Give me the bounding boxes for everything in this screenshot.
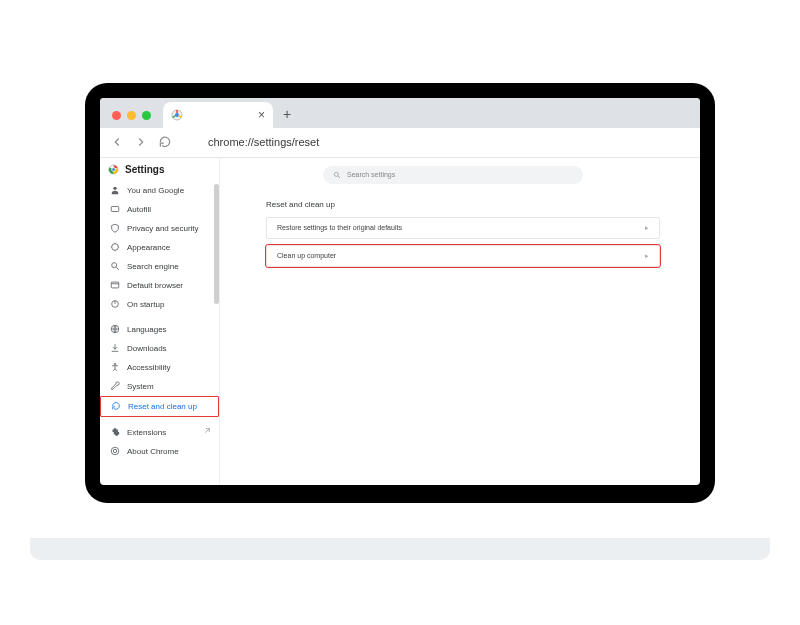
- svg-point-1: [175, 113, 179, 117]
- sidebar-item-label: System: [127, 382, 154, 391]
- globe-icon: [110, 324, 120, 334]
- svg-rect-9: [111, 282, 119, 288]
- section-title: Reset and clean up: [266, 200, 660, 209]
- chrome-logo-icon: [108, 164, 119, 175]
- scrollbar-thumb[interactable]: [214, 184, 219, 304]
- accessibility-icon: [110, 362, 120, 372]
- sidebar-item-downloads[interactable]: Downloads: [100, 339, 219, 358]
- tab-bar: × +: [100, 98, 700, 128]
- svg-point-7: [112, 244, 119, 251]
- sidebar-item-label: Search engine: [127, 262, 179, 271]
- svg-point-4: [112, 167, 116, 171]
- sidebar-item-label: Downloads: [127, 344, 167, 353]
- url-text[interactable]: chrome://settings/reset: [208, 136, 319, 148]
- svg-point-8: [112, 263, 117, 268]
- new-tab-button[interactable]: +: [273, 106, 301, 128]
- autofill-icon: [110, 204, 120, 214]
- sidebar-item-you-and-google[interactable]: You and Google: [100, 181, 219, 200]
- back-button[interactable]: [110, 135, 124, 149]
- forward-button[interactable]: [134, 135, 148, 149]
- toolbar: chrome://settings/reset: [100, 128, 700, 158]
- sidebar-item-label: Reset and clean up: [128, 402, 197, 411]
- svg-point-14: [113, 449, 116, 452]
- sidebar-item-label: Autofill: [127, 205, 151, 214]
- sidebar-item-search-engine[interactable]: Search engine: [100, 257, 219, 276]
- sidebar-item-label: Accessibility: [127, 363, 171, 372]
- search-placeholder: Search settings: [347, 171, 395, 178]
- settings-sidebar: Settings You and Google Autofill Privacy…: [100, 158, 220, 485]
- screen: × + chrome://settings/reset: [100, 98, 700, 485]
- laptop-base: [30, 538, 770, 560]
- close-tab-icon[interactable]: ×: [258, 108, 265, 122]
- power-icon: [110, 299, 120, 309]
- sidebar-item-label: You and Google: [127, 186, 184, 195]
- sidebar-item-reset[interactable]: Reset and clean up: [100, 396, 219, 417]
- svg-point-12: [114, 363, 116, 365]
- search-icon: [110, 261, 120, 271]
- search-settings-input[interactable]: Search settings: [323, 166, 583, 184]
- window-controls: [108, 111, 163, 128]
- sidebar-item-system[interactable]: System: [100, 377, 219, 396]
- restore-defaults-option[interactable]: Restore settings to their original defau…: [266, 217, 660, 239]
- settings-title: Settings: [125, 164, 164, 175]
- external-link-icon: [203, 427, 211, 437]
- option-label: Restore settings to their original defau…: [277, 224, 402, 231]
- sidebar-item-extensions[interactable]: Extensions: [100, 423, 219, 442]
- sidebar-item-accessibility[interactable]: Accessibility: [100, 358, 219, 377]
- person-icon: [110, 185, 120, 195]
- shield-icon: [110, 223, 120, 233]
- about-icon: [110, 446, 120, 456]
- appearance-icon: [110, 242, 120, 252]
- main-panel: Search settings Reset and clean up Resto…: [220, 158, 700, 485]
- reload-button[interactable]: [158, 135, 172, 149]
- sidebar-item-label: Privacy and security: [127, 224, 199, 233]
- sidebar-item-appearance[interactable]: Appearance: [100, 238, 219, 257]
- wrench-icon: [110, 381, 120, 391]
- sidebar-item-on-startup[interactable]: On startup: [100, 295, 219, 314]
- sidebar-item-label: On startup: [127, 300, 164, 309]
- sidebar-item-autofill[interactable]: Autofill: [100, 200, 219, 219]
- minimize-window-button[interactable]: [127, 111, 136, 120]
- svg-point-13: [111, 447, 119, 455]
- clean-up-computer-option[interactable]: Clean up computer ▸: [266, 245, 660, 267]
- sidebar-item-about[interactable]: About Chrome: [100, 442, 219, 461]
- sidebar-item-privacy[interactable]: Privacy and security: [100, 219, 219, 238]
- extension-icon: [110, 427, 120, 437]
- maximize-window-button[interactable]: [142, 111, 151, 120]
- svg-point-15: [334, 172, 338, 176]
- browser-tab[interactable]: ×: [163, 102, 273, 128]
- chevron-right-icon: ▸: [645, 252, 649, 260]
- sidebar-item-label: Appearance: [127, 243, 170, 252]
- sidebar-item-label: Extensions: [127, 428, 166, 437]
- settings-header: Settings: [100, 158, 219, 181]
- sidebar-item-default-browser[interactable]: Default browser: [100, 276, 219, 295]
- search-icon: [333, 171, 341, 179]
- svg-point-5: [113, 187, 116, 190]
- option-label: Clean up computer: [277, 252, 336, 259]
- content-area: Settings You and Google Autofill Privacy…: [100, 158, 700, 485]
- sidebar-item-label: Default browser: [127, 281, 183, 290]
- reset-icon: [111, 401, 121, 411]
- sidebar-item-label: Languages: [127, 325, 167, 334]
- sidebar-item-languages[interactable]: Languages: [100, 320, 219, 339]
- chrome-favicon-icon: [171, 109, 183, 121]
- sidebar-item-label: About Chrome: [127, 447, 179, 456]
- browser-icon: [110, 280, 120, 290]
- svg-rect-6: [111, 207, 119, 212]
- chevron-right-icon: ▸: [645, 224, 649, 232]
- close-window-button[interactable]: [112, 111, 121, 120]
- laptop-frame: × + chrome://settings/reset: [85, 83, 715, 503]
- download-icon: [110, 343, 120, 353]
